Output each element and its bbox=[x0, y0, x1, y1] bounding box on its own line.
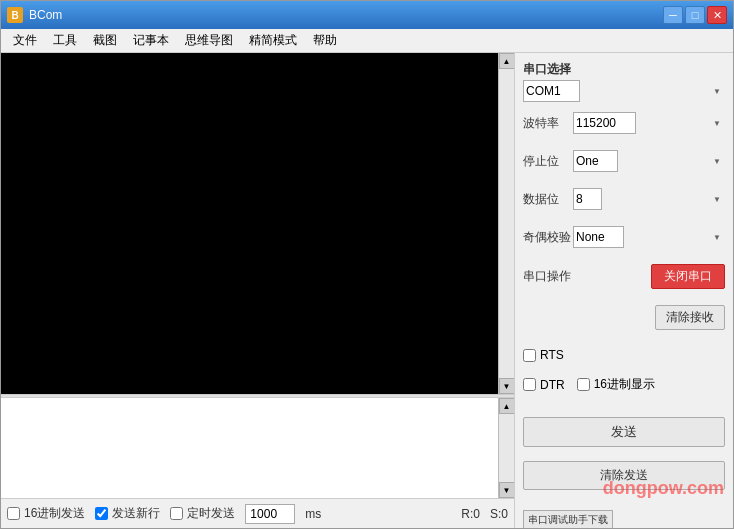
scroll-track[interactable] bbox=[499, 69, 514, 378]
dtr-label: DTR bbox=[540, 378, 565, 392]
baud-label: 波特率 bbox=[523, 115, 573, 132]
serial-debug-button[interactable]: 串口调试助手下载 bbox=[523, 510, 613, 528]
send-button[interactable]: 发送 bbox=[523, 417, 725, 447]
stop-bits-row: 停止位 One Two bbox=[523, 150, 725, 172]
input-scroll-track[interactable] bbox=[499, 414, 514, 482]
clear-send-button[interactable]: 清除发送 bbox=[523, 461, 725, 490]
send-input[interactable] bbox=[1, 398, 498, 498]
parity-select-wrapper[interactable]: None Even Odd bbox=[573, 226, 725, 248]
menu-notepad[interactable]: 记事本 bbox=[125, 30, 177, 51]
app-icon: B bbox=[7, 7, 23, 23]
scroll-down-btn[interactable]: ▼ bbox=[499, 378, 515, 394]
input-scrollbar: ▲ ▼ bbox=[498, 398, 514, 498]
data-bits-row: 数据位 8 7 bbox=[523, 188, 725, 210]
window-title: BCom bbox=[29, 8, 663, 22]
baud-rate-row: 波特率 115200 9600 38400 57600 bbox=[523, 112, 725, 134]
rts-checkbox[interactable] bbox=[523, 349, 536, 362]
close-button[interactable]: ✕ bbox=[707, 6, 727, 24]
dtr-checkbox[interactable] bbox=[523, 378, 536, 391]
window-controls: ─ □ ✕ bbox=[663, 6, 727, 24]
newline-send-checkbox[interactable] bbox=[95, 507, 108, 520]
menu-screenshot[interactable]: 截图 bbox=[85, 30, 125, 51]
terminal-scrollbar: ▲ ▼ bbox=[498, 53, 514, 394]
ms-label: ms bbox=[305, 507, 321, 521]
right-panel: 串口选择 COM1 波特率 115200 9600 38400 57600 bbox=[515, 53, 733, 528]
hex-display-group: 16进制显示 bbox=[577, 376, 655, 393]
send-section: 发送 bbox=[523, 417, 725, 451]
parity-row: 奇偶校验 None Even Odd bbox=[523, 226, 725, 248]
terminal-display: ▲ ▼ bbox=[1, 53, 514, 394]
parity-label: 奇偶校验 bbox=[523, 229, 573, 246]
input-scroll-down[interactable]: ▼ bbox=[499, 482, 515, 498]
com-select-wrapper[interactable]: COM1 bbox=[523, 80, 725, 102]
baud-select-wrapper[interactable]: 115200 9600 38400 57600 bbox=[573, 112, 725, 134]
menu-simple-mode[interactable]: 精简模式 bbox=[241, 30, 305, 51]
left-panel: ▲ ▼ ▲ ▼ 16进制发送 bbox=[1, 53, 515, 528]
hex-send-checkbox[interactable] bbox=[7, 507, 20, 520]
dtr-hex-row: DTR 16进制显示 bbox=[523, 376, 725, 393]
clear-receive-row: 清除接收 bbox=[523, 305, 725, 330]
data-bits-select[interactable]: 8 7 bbox=[573, 188, 602, 210]
dtr-group[interactable]: DTR bbox=[523, 378, 565, 392]
scroll-up-btn[interactable]: ▲ bbox=[499, 53, 515, 69]
rts-group[interactable]: RTS bbox=[523, 348, 564, 362]
bottom-bar: 16进制发送 发送新行 定时发送 ms R:0 S:0 bbox=[1, 498, 514, 528]
main-window: B BCom ─ □ ✕ 文件 工具 截图 记事本 思维导图 精简模式 帮助 ▲… bbox=[0, 0, 734, 529]
stop-bits-select[interactable]: One Two bbox=[573, 150, 618, 172]
stop-bits-label: 停止位 bbox=[523, 153, 573, 170]
serial-select-section: 串口选择 COM1 bbox=[523, 61, 725, 102]
hex-send-label: 16进制发送 bbox=[24, 505, 85, 522]
clear-receive-button[interactable]: 清除接收 bbox=[655, 305, 725, 330]
send-count: S:0 bbox=[490, 507, 508, 521]
hex-display-checkbox[interactable] bbox=[577, 378, 590, 391]
newline-send-group[interactable]: 发送新行 bbox=[95, 505, 160, 522]
serial-select-title: 串口选择 bbox=[523, 61, 725, 78]
parity-select[interactable]: None Even Odd bbox=[573, 226, 624, 248]
maximize-button[interactable]: □ bbox=[685, 6, 705, 24]
status-area: R:0 S:0 bbox=[461, 507, 508, 521]
timed-send-checkbox[interactable] bbox=[170, 507, 183, 520]
receive-count: R:0 bbox=[461, 507, 480, 521]
timed-interval-input[interactable] bbox=[245, 504, 295, 524]
hex-send-group[interactable]: 16进制发送 bbox=[7, 505, 85, 522]
serial-op-label: 串口操作 bbox=[523, 268, 573, 285]
menu-bar: 文件 工具 截图 记事本 思维导图 精简模式 帮助 bbox=[1, 29, 733, 53]
menu-mindmap[interactable]: 思维导图 bbox=[177, 30, 241, 51]
input-area: ▲ ▼ bbox=[1, 398, 514, 498]
timed-send-group[interactable]: 定时发送 bbox=[170, 505, 235, 522]
timed-send-label: 定时发送 bbox=[187, 505, 235, 522]
minimize-button[interactable]: ─ bbox=[663, 6, 683, 24]
baud-select[interactable]: 115200 9600 38400 57600 bbox=[573, 112, 636, 134]
serial-op-row: 串口操作 关闭串口 bbox=[523, 264, 725, 289]
menu-file[interactable]: 文件 bbox=[5, 30, 45, 51]
menu-tools[interactable]: 工具 bbox=[45, 30, 85, 51]
newline-send-label: 发送新行 bbox=[112, 505, 160, 522]
menu-help[interactable]: 帮助 bbox=[305, 30, 345, 51]
clear-send-section: 清除发送 bbox=[523, 461, 725, 490]
stop-bits-select-wrapper[interactable]: One Two bbox=[573, 150, 725, 172]
data-bits-select-wrapper[interactable]: 8 7 bbox=[573, 188, 725, 210]
rts-label: RTS bbox=[540, 348, 564, 362]
com-select[interactable]: COM1 bbox=[523, 80, 580, 102]
main-content: ▲ ▼ ▲ ▼ 16进制发送 bbox=[1, 53, 733, 528]
input-scroll-up[interactable]: ▲ bbox=[499, 398, 515, 414]
close-serial-button[interactable]: 关闭串口 bbox=[651, 264, 725, 289]
title-bar: B BCom ─ □ ✕ bbox=[1, 1, 733, 29]
data-bits-label: 数据位 bbox=[523, 191, 573, 208]
serial-debug-section: 串口调试助手下载 bbox=[523, 500, 725, 528]
hex-display-label: 16进制显示 bbox=[594, 376, 655, 393]
rts-dtr-row: RTS bbox=[523, 348, 725, 362]
